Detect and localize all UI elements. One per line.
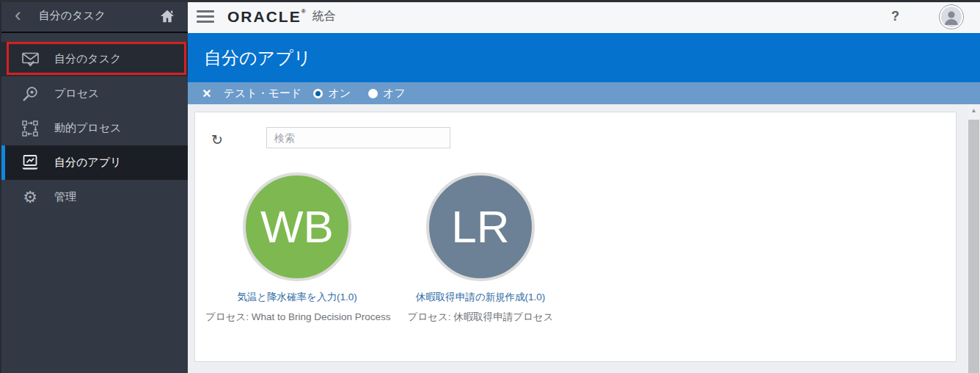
sidebar-item-dynamic-processes[interactable]: 動的プロセス <box>1 111 188 145</box>
sidebar-item-my-apps[interactable]: 自分のアプリ <box>1 145 188 180</box>
top-bar: ORACLE® 統合 ? <box>188 0 980 33</box>
scrollbar-thumb[interactable] <box>968 120 979 373</box>
sidebar-header: ‹ 自分のタスク <box>1 0 188 33</box>
app-initials: WB <box>260 204 334 250</box>
sidebar-item-my-tasks[interactable]: 自分のタスク <box>1 42 188 76</box>
app-link[interactable]: 気温と降水確率を入力(1.0) <box>205 291 389 304</box>
sidebar-menu: 自分のタスク プロセス <box>1 33 188 214</box>
product-name: 統合 <box>312 9 336 24</box>
apps-panel: ↻ WB 気温と降水確率を入力(1.0) プロセス: What to Bring… <box>194 112 957 362</box>
test-mode-off-radio[interactable] <box>368 89 378 98</box>
gear-icon: ⚙ <box>21 188 40 207</box>
hamburger-menu-button[interactable] <box>197 10 214 23</box>
page-header: 自分のアプリ <box>188 33 980 82</box>
app-icon-lr[interactable]: LR <box>426 173 535 281</box>
oracle-logo: ORACLE® <box>227 8 306 26</box>
home-button[interactable] <box>160 10 175 23</box>
app-icon-wb[interactable]: WB <box>243 173 351 281</box>
sidebar-item-processes[interactable]: プロセス <box>1 76 188 111</box>
test-mode-on-label[interactable]: オン <box>328 87 351 101</box>
close-test-mode-icon[interactable]: × <box>202 86 211 101</box>
help-button[interactable]: ? <box>891 9 899 24</box>
sidebar-item-label: 自分のアプリ <box>54 156 121 170</box>
sidebar: ‹ 自分のタスク 自分のタスク <box>0 0 188 373</box>
mail-check-icon <box>21 50 40 69</box>
refresh-icon[interactable]: ↻ <box>211 131 223 148</box>
back-button[interactable]: ‹ <box>15 7 21 22</box>
home-icon <box>160 10 175 23</box>
magnifier-icon <box>21 84 40 104</box>
workflow-icon <box>21 119 40 138</box>
test-mode-on-radio[interactable] <box>313 89 323 98</box>
app-process-caption: プロセス: 休暇取得申請プロセス <box>389 311 572 324</box>
app-tile: LR 休暇取得申請の新規作成(1.0) プロセス: 休暇取得申請プロセス <box>389 173 572 324</box>
sidebar-item-label: 自分のタスク <box>54 52 121 66</box>
sidebar-item-administration[interactable]: ⚙ 管理 <box>1 180 188 214</box>
search-input[interactable] <box>266 127 450 148</box>
user-avatar-button[interactable] <box>939 4 964 29</box>
test-mode-off-label[interactable]: オフ <box>383 87 406 101</box>
sidebar-item-label: 管理 <box>54 190 76 204</box>
avatar-icon <box>941 7 962 27</box>
sidebar-header-title: 自分のタスク <box>39 9 160 23</box>
page-title: 自分のアプリ <box>204 46 311 70</box>
laptop-chart-icon <box>21 153 40 173</box>
test-mode-bar: × テスト・モード オン オフ <box>188 82 980 104</box>
app-link[interactable]: 休暇取得申請の新規作成(1.0) <box>389 291 572 304</box>
test-mode-label: テスト・モード <box>224 87 302 101</box>
window-top-edge <box>0 0 980 2</box>
scrollbar-up-arrow[interactable]: ▲ <box>968 104 980 117</box>
sidebar-item-label: プロセス <box>54 87 99 101</box>
app-initials: LR <box>451 204 509 250</box>
content-area: ↻ WB 気温と降水確率を入力(1.0) プロセス: What to Bring… <box>188 104 980 373</box>
app-tile: WB 気温と降水確率を入力(1.0) プロセス: What to Bring D… <box>205 173 389 324</box>
vertical-scrollbar[interactable]: ▲ <box>968 104 980 373</box>
app-process-caption: プロセス: What to Bring Decision Process <box>205 311 389 324</box>
sidebar-item-label: 動的プロセス <box>54 121 121 135</box>
main-area: ORACLE® 統合 ? 自分のアプリ × テスト・モード オン オフ ↻ WB <box>188 0 980 373</box>
